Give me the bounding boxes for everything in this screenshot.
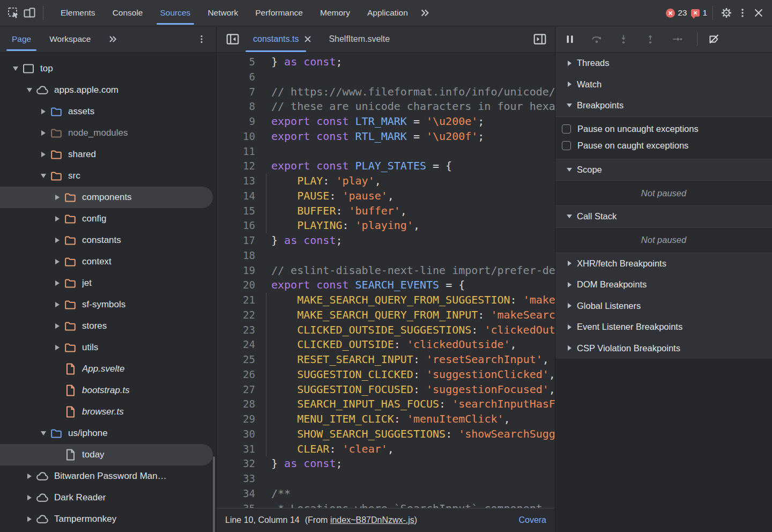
inspect-element-icon[interactable] [5, 5, 21, 21]
code-line-34[interactable]: 34/** [217, 486, 555, 501]
chevron-right-icon[interactable] [51, 238, 63, 243]
breakpoint-option-row[interactable]: Pause on caught exceptions [555, 137, 772, 154]
tree-item-jet[interactable]: jet [0, 272, 216, 294]
section-call-stack[interactable]: Call Stack [555, 206, 772, 227]
line-number[interactable]: 34 [217, 486, 264, 501]
tree-item-browser-ts[interactable]: browser.ts [0, 401, 216, 423]
show-debugger-sidebar-icon[interactable] [531, 31, 548, 48]
tree-item-today[interactable]: today [0, 444, 213, 466]
navigator-tab-workspace[interactable]: Workspace [44, 26, 96, 52]
pause-icon[interactable] [563, 32, 577, 46]
tree-item-components[interactable]: components [0, 187, 213, 208]
section-scope[interactable]: Scope [555, 159, 772, 181]
code-line-25[interactable]: 25 RESET_SEARCH_INPUT: 'resetSearchInput… [217, 352, 555, 367]
section-breakpoints[interactable]: Breakpoints [555, 95, 772, 116]
section-dom-breakpoints[interactable]: DOM Breakpoints [555, 274, 772, 295]
code-line-20[interactable]: 20export const SEARCH_EVENTS = { [217, 278, 555, 293]
tree-item-src[interactable]: src [0, 165, 216, 187]
line-number[interactable]: 28 [217, 397, 264, 412]
code-line-23[interactable]: 23 CLICKED_OUTSIDE_SUGGESTIONS: 'clicked… [217, 323, 555, 338]
settings-gear-icon[interactable] [718, 5, 734, 21]
line-number[interactable]: 8 [217, 99, 264, 114]
line-number[interactable]: 27 [217, 382, 264, 397]
chevron-right-icon[interactable] [24, 516, 35, 522]
section-event-listener-breakpoints[interactable]: Event Listener Breakpoints [555, 316, 772, 338]
code-line-18[interactable]: 18 [217, 248, 555, 263]
breakpoint-option-row[interactable]: Pause on uncaught exceptions [555, 121, 772, 137]
chevron-right-icon[interactable] [51, 259, 63, 264]
code-line-26[interactable]: 26 SUGGESTION_CLICKED: 'suggestionClicke… [217, 367, 555, 382]
line-number[interactable]: 15 [217, 204, 264, 219]
line-number[interactable]: 7 [217, 85, 264, 100]
line-number[interactable]: 32 [217, 456, 264, 471]
error-count-badge[interactable]: 23 [666, 8, 687, 18]
line-number[interactable]: 12 [217, 159, 264, 174]
code-line-19[interactable]: 19// eslint-disable-next-line import/pre… [217, 263, 555, 278]
tree-item-sf-symbols[interactable]: sf-symbols [0, 294, 216, 315]
editor-tab-shelfitem.svelte[interactable]: ShelfItem.svelte [320, 26, 398, 52]
line-number[interactable]: 19 [217, 263, 264, 278]
source-map-link[interactable]: index~B87DnNzwx-.js [330, 515, 414, 524]
code-line-33[interactable]: 33 [217, 471, 555, 486]
chevron-right-icon[interactable] [51, 280, 63, 286]
tree-item-bitwarden-password-man-[interactable]: Bitwarden Password Man… [0, 466, 216, 487]
line-number[interactable]: 35 [217, 501, 264, 508]
line-number[interactable]: 11 [217, 144, 264, 159]
code-line-16[interactable]: 16 PLAYING: 'playing', [217, 218, 555, 233]
tab-memory[interactable]: Memory [313, 0, 357, 26]
tab-sources[interactable]: Sources [153, 0, 198, 26]
line-number[interactable]: 9 [217, 114, 264, 129]
line-number[interactable]: 25 [217, 352, 264, 367]
section-csp-violation-breakpoints[interactable]: CSP Violation Breakpoints [555, 338, 772, 359]
tree-item-assets[interactable]: assets [0, 101, 216, 122]
code-editor[interactable]: 5} as const;67// https://www.fileformat.… [217, 53, 555, 508]
code-line-9[interactable]: 9export const LTR_MARK = '\u200e'; [217, 114, 555, 129]
line-number[interactable]: 22 [217, 308, 264, 323]
line-number[interactable]: 10 [217, 129, 264, 144]
editor-tab-constants.ts[interactable]: constants.ts [244, 26, 320, 52]
code-line-17[interactable]: 17} as const; [217, 233, 555, 248]
code-line-21[interactable]: 21 MAKE_SEARCH_QUERY_FROM_SUGGESTION: 'm… [217, 293, 555, 308]
section-threads[interactable]: Threads [555, 53, 772, 74]
line-number[interactable]: 17 [217, 233, 264, 248]
chevron-right-icon[interactable] [24, 474, 35, 479]
chevron-down-icon[interactable] [563, 168, 576, 172]
code-line-13[interactable]: 13 PLAY: 'play', [217, 174, 555, 189]
checkbox-unchecked[interactable] [562, 124, 571, 134]
close-devtools-icon[interactable] [751, 5, 767, 21]
tree-item-shared[interactable]: shared [0, 144, 216, 165]
code-line-32[interactable]: 32} as const; [217, 456, 555, 471]
hide-navigator-icon[interactable] [224, 31, 241, 48]
chevron-right-icon[interactable] [51, 216, 63, 221]
code-line-11[interactable]: 11 [217, 144, 555, 159]
code-line-28[interactable]: 28 SEARCH_INPUT_HAS_FOCUS: 'searchInputH… [217, 397, 555, 412]
chevron-right-icon[interactable] [563, 324, 576, 330]
issue-count-badge[interactable]: 1 [691, 8, 707, 18]
line-number[interactable]: 23 [217, 323, 264, 338]
step-over-icon[interactable] [590, 32, 604, 46]
line-number[interactable]: 21 [217, 293, 264, 308]
tree-item-dark-reader[interactable]: Dark Reader [0, 487, 216, 508]
close-tab-icon[interactable] [304, 35, 311, 43]
code-line-31[interactable]: 31 CLEAR: 'clear', [217, 442, 555, 457]
tree-item-node-modules[interactable]: node_modules [0, 122, 216, 144]
chevron-down-icon[interactable] [38, 174, 49, 178]
line-number[interactable]: 6 [217, 70, 264, 85]
tab-application[interactable]: Application [360, 0, 415, 26]
code-line-12[interactable]: 12export const PLAY_STATES = { [217, 159, 555, 174]
kebab-menu-icon[interactable] [734, 5, 751, 21]
tree-item-constants[interactable]: constants [0, 230, 216, 251]
code-line-27[interactable]: 27 SUGGESTION_FOCUSED: 'suggestionFocuse… [217, 382, 555, 397]
chevron-right-icon[interactable] [563, 345, 576, 351]
chevron-right-icon[interactable] [563, 282, 576, 287]
deactivate-breakpoints-icon[interactable] [707, 32, 721, 46]
navigator-tab-page[interactable]: Page [6, 26, 36, 52]
chevron-right-icon[interactable] [51, 345, 63, 350]
tree-item-bootstrap-ts[interactable]: bootstrap.ts [0, 380, 216, 401]
chevron-right-icon[interactable] [51, 323, 63, 329]
chevron-right-icon[interactable] [563, 82, 576, 87]
section-watch[interactable]: Watch [555, 74, 772, 95]
tree-item-tampermonkey[interactable]: Tampermonkey [0, 508, 216, 530]
code-line-29[interactable]: 29 MENU_ITEM_CLICK: 'menuItemClick', [217, 412, 555, 427]
tree-item-apps-apple-com[interactable]: apps.apple.com [0, 79, 216, 101]
